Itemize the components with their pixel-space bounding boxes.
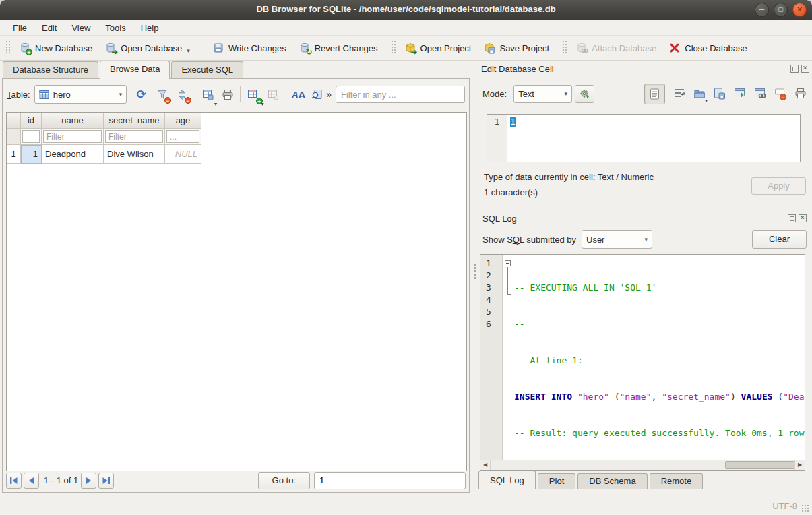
refresh-button[interactable]: ⟳: [133, 86, 149, 103]
goto-input[interactable]: [314, 472, 466, 489]
column-header-secret-name[interactable]: secret_name: [104, 113, 165, 129]
sql-log-dock-titlebar[interactable]: SQL Log: [480, 210, 809, 226]
tab-remote[interactable]: Remote: [650, 473, 704, 489]
auto-apply-button[interactable]: [575, 85, 594, 103]
maximize-icon[interactable]: ▢: [774, 3, 788, 17]
cell-editor-content[interactable]: 1: [510, 117, 516, 127]
resize-grip-icon[interactable]: [801, 504, 810, 513]
previous-record-button[interactable]: [24, 473, 39, 489]
cell-id-selected[interactable]: 1: [21, 145, 42, 164]
tab-plot[interactable]: Plot: [538, 473, 575, 489]
toolbar-grip[interactable]: [391, 40, 396, 55]
dock-close-icon[interactable]: [801, 65, 809, 73]
open-in-external-button[interactable]: [734, 88, 746, 100]
close-database-button[interactable]: Close Database: [662, 38, 753, 57]
insert-record-button[interactable]: + ▾: [245, 86, 261, 103]
new-database-button[interactable]: + New Database: [13, 38, 98, 57]
clear-filters-button[interactable]: −: [154, 86, 170, 103]
menu-file[interactable]: File: [7, 22, 33, 34]
first-record-button[interactable]: [6, 473, 22, 489]
window-title: DB Browser for SQLite - /home/user/code/…: [0, 4, 812, 14]
dock-float-icon[interactable]: [788, 214, 796, 222]
clear-sorting-button[interactable]: −: [175, 86, 190, 103]
tab-execute-sql[interactable]: Execute SQL: [171, 61, 243, 79]
filter-secret-name-input[interactable]: [105, 130, 163, 143]
last-record-button[interactable]: [98, 473, 114, 489]
cell-secret-name[interactable]: Dive Wilson: [104, 145, 165, 164]
cell-editor-line-number: 1: [487, 115, 507, 162]
cell-age[interactable]: NULL: [165, 145, 201, 164]
table-select[interactable]: hero ▾: [34, 85, 127, 104]
save-project-icon: [483, 42, 495, 54]
scroll-left-icon[interactable]: ◀: [480, 460, 491, 470]
print-cell-button[interactable]: [794, 88, 807, 100]
close-icon[interactable]: ✕: [792, 3, 807, 17]
submitted-by-select[interactable]: User ▾: [582, 230, 652, 249]
row-number[interactable]: 1: [7, 145, 21, 164]
fold-margin[interactable]: [503, 255, 513, 460]
toolbar-grip[interactable]: [562, 40, 567, 55]
font-button[interactable]: A A: [291, 86, 307, 103]
cell-size-label: 1 character(s): [484, 187, 538, 198]
export-file-button[interactable]: [714, 88, 726, 100]
set-null-button[interactable]: −: [774, 88, 786, 100]
column-header-id[interactable]: id: [21, 113, 42, 129]
open-database-button[interactable]: ➜ Open Database ▾: [98, 38, 196, 57]
toolbar-grip[interactable]: [5, 40, 10, 55]
titlebar[interactable]: DB Browser for SQLite - /home/user/code/…: [0, 0, 812, 20]
scroll-right-icon[interactable]: ▶: [794, 460, 805, 470]
open-project-button[interactable]: ➜ Open Project: [398, 38, 478, 57]
browse-data-frame: Table: hero ▾ ⟳ −: [2, 78, 470, 493]
filter-any-input[interactable]: [336, 86, 465, 103]
write-changes-icon: [212, 42, 224, 54]
write-changes-button[interactable]: Write Changes: [206, 38, 292, 57]
encoding-label[interactable]: UTF-8: [772, 501, 797, 511]
dock-close-icon[interactable]: [799, 214, 807, 222]
sql-log-editor[interactable]: 1 2 3 4 5 6 -- EXECUTING ALL IN 'SQL 1': [480, 254, 805, 471]
toolbar-separator: [201, 40, 201, 56]
column-header-age[interactable]: age: [165, 113, 201, 129]
filter-id-input[interactable]: [22, 130, 40, 143]
toolbar-overflow-icon[interactable]: »: [326, 89, 332, 100]
scrollbar-thumb[interactable]: [725, 461, 794, 469]
next-record-button[interactable]: [81, 473, 96, 489]
tab-sql-log[interactable]: SQL Log: [478, 471, 536, 489]
cell-editor[interactable]: 1 1: [487, 114, 801, 162]
menu-help[interactable]: Help: [135, 22, 165, 34]
goto-button[interactable]: Go to:: [258, 472, 310, 489]
menu-edit[interactable]: Edit: [36, 22, 63, 34]
main-area: Database Structure Browse Data Execute S…: [0, 61, 812, 497]
text-mode-button[interactable]: [644, 84, 665, 104]
grid-corner[interactable]: [7, 113, 21, 129]
save-project-button[interactable]: Save Project: [477, 38, 555, 57]
clear-log-button[interactable]: Clear: [752, 230, 807, 249]
menu-tools[interactable]: Tools: [99, 22, 131, 34]
cell-name[interactable]: Deadpond: [42, 145, 104, 164]
filter-age-input[interactable]: [166, 130, 199, 143]
column-header-name[interactable]: name: [42, 113, 104, 129]
revert-changes-button[interactable]: ↻ Revert Changes: [292, 38, 384, 57]
save-results-button[interactable]: ▾: [200, 86, 216, 103]
open-database-dropdown-icon[interactable]: ▾: [187, 47, 190, 54]
cell-type-label: Type of data currently in cell: Text / N…: [484, 172, 654, 182]
tab-database-structure[interactable]: Database Structure: [3, 61, 98, 79]
pane-splitter[interactable]: [472, 61, 478, 497]
tab-db-schema[interactable]: DB Schema: [577, 473, 647, 489]
tab-browse-data[interactable]: Browse Data: [100, 61, 170, 79]
copy-link-button[interactable]: [754, 88, 766, 100]
fold-collapse-icon[interactable]: [505, 260, 511, 266]
print-button[interactable]: [220, 86, 235, 103]
mode-select[interactable]: Text ▾: [513, 85, 572, 103]
filter-name-input[interactable]: [43, 130, 102, 143]
table-icon: [39, 90, 49, 100]
browse-pane: Database Structure Browse Data Execute S…: [0, 61, 472, 497]
edit-cell-dock-titlebar[interactable]: Edit Database Cell: [478, 61, 812, 77]
menu-view[interactable]: View: [65, 22, 96, 34]
horizontal-scrollbar[interactable]: ◀ ▶: [480, 460, 805, 470]
dock-float-icon[interactable]: [790, 65, 799, 73]
find-button[interactable]: [309, 86, 325, 103]
import-file-button[interactable]: ▾: [693, 88, 706, 100]
word-wrap-button[interactable]: [673, 88, 685, 100]
sql-log-title: SQL Log: [482, 214, 517, 224]
minimize-icon[interactable]: ─: [755, 3, 769, 17]
